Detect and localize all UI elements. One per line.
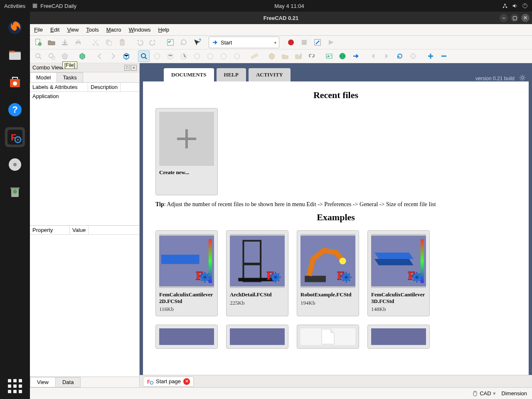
paste-button[interactable] [116,37,128,48]
menu-file[interactable]: File [34,27,43,33]
whatsthis-button[interactable]: ? [191,37,203,48]
fit-sel-button[interactable] [46,50,57,62]
zoom-out-button[interactable] [438,50,450,62]
tab-tasks[interactable]: Tasks [57,72,83,82]
copy-button[interactable] [103,37,115,48]
stop-load-button[interactable] [407,50,419,62]
nav-fwd-button[interactable] [107,50,119,62]
view-iso2-button[interactable] [231,50,243,62]
tree-hdr-desc[interactable]: Description [88,83,121,91]
reload-button[interactable] [394,50,406,62]
macro-edit-button[interactable] [312,37,323,48]
goto-arrow-button[interactable] [350,50,362,62]
nav-back-button[interactable] [94,50,106,62]
fit-all-button[interactable] [32,50,44,62]
tab-help[interactable]: HELP [217,68,246,81]
link-button[interactable] [293,50,304,62]
clock[interactable]: May 4 11:04 [76,3,502,9]
snap-mode-button[interactable]: Dimension [502,390,527,397]
close-button[interactable]: ✕ [521,14,530,22]
example-card[interactable] [297,325,359,349]
menu-tools[interactable]: Tools [86,27,99,33]
view-rear-button[interactable] [191,50,203,62]
workbench-selector[interactable]: Start [209,37,279,48]
measure-button[interactable] [249,50,260,62]
panel-close-button[interactable]: × [131,65,137,71]
example-card[interactable] [155,325,218,349]
minimize-button[interactable]: – [500,14,508,22]
close-tab-button[interactable]: ✕ [183,378,190,385]
menu-edit[interactable]: Edit [50,27,59,33]
zoom-in-button[interactable] [425,50,436,62]
prev-button[interactable] [367,50,379,62]
redo-button[interactable] [147,37,159,48]
maximize-button[interactable]: ▢ [510,14,519,22]
doc-tab-startpage[interactable]: F Start page ✕ [143,377,194,387]
bbox-button[interactable] [76,50,88,62]
dock-firefox[interactable] [5,17,25,37]
checklist-button[interactable] [165,37,176,48]
macro-record-button[interactable] [285,37,297,48]
property-body[interactable] [30,235,139,377]
refresh-button[interactable] [178,37,190,48]
dock-apps-grid[interactable] [8,379,22,393]
group-button[interactable] [279,50,291,62]
example-card[interactable] [367,325,430,349]
tab-documents[interactable]: DOCUMENTS [164,68,214,81]
new-doc-button[interactable]: + [32,37,44,48]
create-new-card[interactable]: Create new... [155,108,218,195]
tab-model[interactable]: Model [30,72,57,82]
draw-style-button[interactable] [59,50,71,62]
tab-data[interactable]: Data [55,377,81,387]
example-card[interactable] [226,325,288,349]
tab-view[interactable]: View [30,377,56,387]
active-app-indicator[interactable]: FreeCAD Daily [32,3,76,9]
dock-files[interactable] [5,45,25,65]
prop-hdr-value[interactable]: Value [70,226,89,234]
tree-hdr-labels[interactable]: Labels & Attributes [30,83,88,91]
save-button[interactable] [59,37,71,48]
view-top-button[interactable] [165,50,176,62]
activities-button[interactable]: Activities [4,3,25,9]
undo-button[interactable] [134,37,145,48]
volume-icon[interactable] [512,3,518,9]
web-nav-button[interactable] [337,50,348,62]
menu-help[interactable]: Help [158,27,170,33]
view-right-button[interactable] [178,50,190,62]
view-front-button[interactable] [151,50,163,62]
macro-stop-button[interactable] [298,37,310,48]
isometric-button[interactable] [121,50,132,62]
cut-button[interactable] [90,37,101,48]
panel-float-button[interactable]: □ [124,65,130,71]
part-button[interactable] [266,50,278,62]
start-page-body[interactable]: Recent files Create new... Tip: Adjust t… [143,81,529,375]
nav-style-button[interactable]: CAD ▾ [472,390,495,397]
save-image-button[interactable] [323,50,335,62]
menu-view[interactable]: View [67,27,79,33]
tab-activity[interactable]: ACTIVITY [249,68,291,81]
dock-disc[interactable] [5,155,25,175]
gear-icon[interactable] [519,74,526,81]
power-icon[interactable] [522,3,528,9]
example-card[interactable]: FFemCalculixCantilever2D.FCStd116Kb [155,230,218,316]
dock-help[interactable]: ? [5,100,25,120]
menu-macro[interactable]: Macro [106,27,121,33]
next-button[interactable] [381,50,392,62]
network-icon[interactable] [502,3,508,9]
dock-trash[interactable] [5,182,25,202]
tree-root-item[interactable]: Application [32,93,137,99]
dock-software[interactable] [5,72,25,92]
menu-windows[interactable]: Windows [129,27,151,33]
example-card[interactable]: FArchDetail.FCStd225Kb [226,230,288,316]
print-button[interactable] [72,37,84,48]
example-card[interactable]: FRobotExample.FCStd194Kb [297,230,359,316]
link-dropdown[interactable] [306,50,318,62]
example-card[interactable]: FFemCalculixCantilever3D.FCStd148Kb [367,230,430,316]
dock-freecad[interactable]: F [5,127,25,147]
tree-body[interactable]: Application [30,92,139,225]
view-bottom-button[interactable] [204,50,216,62]
zoom-fit-button[interactable] [138,50,150,62]
macro-play-button[interactable] [325,37,337,48]
view-left-button[interactable] [218,50,229,62]
open-doc-button[interactable] [46,37,57,48]
